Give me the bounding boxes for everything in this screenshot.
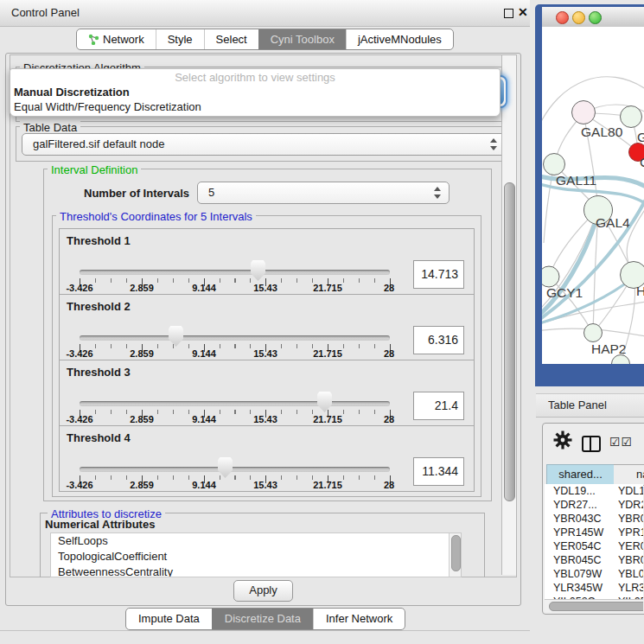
table-data-combobox-stepper xyxy=(490,138,498,150)
threshold-1-value-field[interactable]: 14.713 xyxy=(413,260,464,289)
tab-discretize-data[interactable]: Discretize Data xyxy=(212,609,313,629)
threshold-1-box: Threshold 1 -3.426 2.859 9.144 15.43 21.… xyxy=(59,228,475,295)
list-item-betweennesscentrality[interactable]: BetweennessCentrality xyxy=(51,564,461,577)
network-node-hap2[interactable] xyxy=(584,324,603,342)
attributes-list-scrollbar-thumb[interactable] xyxy=(451,535,461,571)
number-of-intervals-label: Number of Intervals xyxy=(84,187,189,200)
table-panel-title: Table Panel xyxy=(548,399,607,411)
numerical-attributes-list: SelfLoops TopologicalCoefficient Between… xyxy=(50,532,462,577)
apply-button[interactable]: Apply xyxy=(233,580,293,602)
thresholds-group-title: Threshold's Coordinates for 5 Intervals xyxy=(56,210,256,223)
threshold-3-label: Threshold 3 xyxy=(67,366,131,379)
table-data-group-title: Table Data xyxy=(20,121,80,134)
list-item-topologicalcoefficient[interactable]: TopologicalCoefficient xyxy=(51,549,461,564)
algorithm-option-equal-width[interactable]: Equal Width/Frequency Discretization xyxy=(14,99,201,114)
table-body: YDL19...YDL19 YDR27...YDR27 YBR043CYBR04… xyxy=(545,484,643,599)
bottom-tab-bar: Impute Data Discretize Data Infer Networ… xyxy=(125,608,405,630)
table-row[interactable]: YDL19...YDL19 xyxy=(545,484,643,498)
settings-scroll-viewport: Discretization Algorithm Select algorith… xyxy=(10,54,517,577)
network-canvas[interactable]: GAL80 GA C GAL11 GAL4 GCY1 H HAP2 xyxy=(542,27,644,364)
table-row[interactable]: YBL079WYBL07 xyxy=(545,567,643,581)
tab-network[interactable]: Network xyxy=(77,29,156,49)
table-row[interactable]: YPR145WYPR14 xyxy=(545,526,643,539)
thresholds-group: Threshold's Coordinates for 5 Intervals … xyxy=(52,215,481,497)
node-label-ga: GA xyxy=(637,130,644,144)
threshold-1-slider-track[interactable] xyxy=(80,270,390,275)
threshold-1-label: Threshold 1 xyxy=(67,234,131,247)
float-panel-icon[interactable] xyxy=(504,9,513,18)
table-data-combobox[interactable]: galFiltered.sif default node xyxy=(22,133,506,156)
threshold-3-slider-track[interactable] xyxy=(80,401,390,406)
maximize-traffic-light[interactable] xyxy=(589,11,602,24)
threshold-4-value-field[interactable]: 11.344 xyxy=(413,457,464,486)
network-node-gal11[interactable] xyxy=(544,154,565,175)
algorithm-dropdown-hint: Select algorithm to view settings xyxy=(10,70,500,85)
tab-network-label: Network xyxy=(103,30,144,49)
tab-select[interactable]: Select xyxy=(204,29,258,49)
network-node-ga[interactable] xyxy=(621,106,642,128)
number-of-intervals-stepper xyxy=(434,187,442,199)
node-label-hap2: HAP2 xyxy=(591,341,627,356)
column-header-name[interactable]: name xyxy=(614,464,644,486)
threshold-3-box: Threshold 3 -3.426 2.859 9.144 15.43 21.… xyxy=(59,360,475,426)
node-label-h: H xyxy=(636,284,644,298)
control-panel-title: Control Panel xyxy=(11,6,80,19)
interval-definition-group: Interval Definition Number of Intervals … xyxy=(43,169,492,501)
table-horizontal-scrollbar[interactable] xyxy=(545,599,643,612)
close-traffic-light[interactable] xyxy=(556,11,569,24)
table-row[interactable]: YBR045CYBR04 xyxy=(545,553,643,567)
numerical-attributes-label: Numerical Attributes xyxy=(45,518,155,531)
algorithm-dropdown-popup: Select algorithm to view settings Manual… xyxy=(10,68,501,117)
number-of-intervals-combobox[interactable]: 5 xyxy=(197,182,450,204)
minimize-traffic-light[interactable] xyxy=(572,11,585,24)
table-row[interactable]: YER054CYER05 xyxy=(545,539,643,553)
threshold-4-label: Threshold 4 xyxy=(67,431,131,444)
node-label-gal4: GAL4 xyxy=(596,215,630,230)
threshold-2-box: Threshold 2 -3.426 2.859 9.144 15.43 21.… xyxy=(59,294,475,360)
network-node-gcy1[interactable] xyxy=(542,266,559,287)
node-label-c: C xyxy=(640,155,644,169)
network-view-window: GAL80 GA C GAL11 GAL4 GCY1 H HAP2 xyxy=(535,4,644,386)
algorithm-option-manual[interactable]: Manual Discretization xyxy=(14,85,130,99)
number-of-intervals-value: 5 xyxy=(208,182,214,202)
table-panel-window: ☑☑ shared... name YDL19...YDL19 YDR27...… xyxy=(542,423,644,615)
control-panel-window: Control Panel ✕ Network Style Select Cyn… xyxy=(0,0,530,631)
tab-cyni-toolbox[interactable]: Cyni Toolbox xyxy=(258,29,346,49)
table-data-group: Table Data galFiltered.sif default node xyxy=(16,126,510,162)
table-horizontal-scrollbar-thumb[interactable] xyxy=(549,602,643,611)
threshold-2-value-field[interactable]: 6.316 xyxy=(413,326,464,354)
control-panel-titlebar: Control Panel ✕ xyxy=(0,0,530,27)
tab-impute-data[interactable]: Impute Data xyxy=(126,609,212,629)
columns-icon[interactable] xyxy=(582,436,601,452)
table-data-combobox-value: galFiltered.sif default node xyxy=(33,134,164,154)
node-label-gal80: GAL80 xyxy=(581,124,623,139)
threshold-2-slider-track[interactable] xyxy=(80,335,390,341)
table-row[interactable]: YDR27...YDR27 xyxy=(545,498,643,512)
gear-icon[interactable] xyxy=(553,430,572,450)
main-vertical-scrollbar[interactable] xyxy=(501,55,516,575)
threshold-3-value-field[interactable]: 21.4 xyxy=(413,392,464,420)
list-item-selfloops[interactable]: SelfLoops xyxy=(51,533,461,549)
tab-jactivemnodules[interactable]: jActiveMNodules xyxy=(346,29,453,49)
top-tab-bar: Network Style Select Cyni Toolbox jActiv… xyxy=(76,29,454,50)
close-panel-icon[interactable]: ✕ xyxy=(518,5,528,19)
column-header-shared-name[interactable]: shared... xyxy=(546,464,615,486)
tab-style[interactable]: Style xyxy=(156,29,204,49)
network-node-gal80[interactable] xyxy=(572,101,596,124)
threshold-4-box: Threshold 4 -3.426 2.859 9.144 15.43 21.… xyxy=(59,425,475,492)
network-node-bottom[interactable] xyxy=(612,355,630,365)
select-columns-icon[interactable]: ☑☑ xyxy=(609,435,633,449)
threshold-4-slider-track[interactable] xyxy=(80,467,390,472)
table-row[interactable]: YBR043CYBR04 xyxy=(545,512,643,526)
interval-definition-group-title: Interval Definition xyxy=(48,163,141,176)
table-row[interactable]: YLR345WYLR34 xyxy=(545,581,643,595)
main-vertical-scrollbar-thumb[interactable] xyxy=(504,182,515,501)
network-icon xyxy=(88,34,99,45)
table-panel-titlebar: Table Panel xyxy=(536,393,644,418)
threshold-2-label: Threshold 2 xyxy=(67,300,131,313)
node-label-gal11: GAL11 xyxy=(556,173,596,188)
attributes-list-scrollbar[interactable] xyxy=(449,533,461,577)
node-label-gcy1: GCY1 xyxy=(546,285,583,300)
tab-infer-network[interactable]: Infer Network xyxy=(313,609,405,629)
network-window-titlebar xyxy=(542,7,644,28)
